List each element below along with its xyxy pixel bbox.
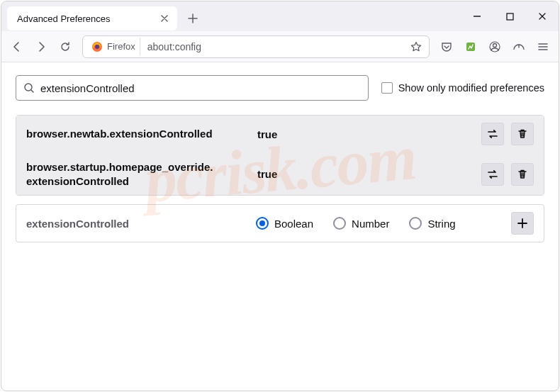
radio-number[interactable]: Number [333,217,389,230]
url-text: about:config [140,41,201,52]
add-pref-button[interactable] [511,212,534,235]
tabs-area: Advanced Preferences [7,2,203,30]
pref-row[interactable]: browser.newtab.extensionControlled true [16,116,544,152]
radio-icon [256,217,269,230]
close-window-button[interactable] [526,5,559,28]
pref-value: true [257,168,470,180]
results-table: browser.newtab.extensionControlled true … [16,115,544,196]
forward-button[interactable] [30,35,52,58]
show-modified-checkbox[interactable]: Show only modified preferences [381,82,544,94]
radio-string[interactable]: String [409,217,455,230]
pref-row[interactable]: browser.startup.homepage_override. exten… [16,152,544,195]
radio-label: Number [352,218,389,230]
window-controls [461,5,559,28]
app-menu-button[interactable] [532,35,554,58]
svg-point-4 [493,43,497,47]
browser-tab[interactable]: Advanced Preferences [7,6,177,30]
pref-name: browser.startup.homepage_override. exten… [26,160,246,188]
extension-icon[interactable] [459,35,482,58]
tab-title: Advanced Preferences [17,13,111,24]
row-actions [481,123,534,145]
radio-icon [333,217,346,230]
nav-toolbar: Firefox about:config [1,31,559,62]
minimize-button[interactable] [461,5,493,28]
maximize-button[interactable] [493,5,526,28]
pocket-button[interactable] [435,35,458,58]
config-search-input[interactable]: extensionControlled [16,75,369,101]
checkbox-icon [381,82,393,94]
delete-button[interactable] [511,163,534,186]
new-tab-button[interactable] [183,9,203,28]
radio-boolean[interactable]: Boolean [256,217,313,230]
firefox-icon [91,41,103,52]
radio-icon [409,217,422,230]
row-actions [481,163,534,186]
svg-point-2 [95,45,99,49]
toggle-button[interactable] [481,123,504,145]
identity-box[interactable]: Firefox [87,38,140,56]
account-button[interactable] [483,35,506,58]
page-content: pcrisk.com extensionControlled Show only… [1,62,559,255]
titlebar: Advanced Preferences [1,1,559,31]
toggle-button[interactable] [481,163,504,186]
svg-rect-0 [507,13,513,20]
reload-button[interactable] [54,35,77,58]
new-pref-row: extensionControlled Boolean Number Strin… [16,204,544,242]
browser-window: Advanced Preferences Firefox [1,1,559,391]
pref-value: true [257,128,470,140]
search-icon [23,82,35,94]
config-topbar: extensionControlled Show only modified p… [16,75,544,101]
overflow-button[interactable] [508,35,530,58]
type-radios: Boolean Number String [256,217,501,230]
close-tab-icon[interactable] [157,11,172,26]
delete-button[interactable] [511,123,534,145]
radio-label: Boolean [274,218,313,230]
back-button[interactable] [6,35,28,58]
bookmark-star-icon[interactable] [408,41,425,52]
url-bar[interactable]: Firefox about:config [82,35,430,58]
search-value: extensionControlled [40,82,135,94]
identity-label: Firefox [107,41,135,52]
new-pref-name: extensionControlled [26,218,246,230]
checkbox-label: Show only modified preferences [398,82,544,94]
pref-name: browser.newtab.extensionControlled [26,127,246,141]
radio-label: String [427,218,455,230]
